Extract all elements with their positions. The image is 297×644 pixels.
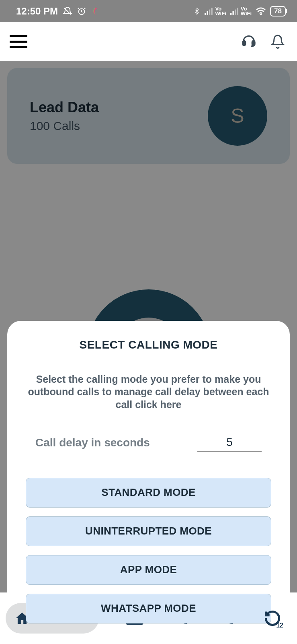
notifications-icon[interactable] xyxy=(270,33,285,50)
vowifi-label-2: Vo WiFi xyxy=(241,6,252,16)
calling-mode-sheet: SELECT CALLING MODE Select the calling m… xyxy=(7,321,290,592)
svg-rect-3 xyxy=(209,9,210,14)
delay-input[interactable] xyxy=(197,433,262,452)
svg-rect-11 xyxy=(252,41,255,45)
svg-rect-4 xyxy=(211,8,213,15)
svg-rect-10 xyxy=(243,41,246,45)
bluetooth-icon xyxy=(193,6,201,16)
status-bar: 12:50 PM Vo WiFi Vo WiFi 78 xyxy=(0,0,297,22)
svg-rect-2 xyxy=(207,11,208,15)
sheet-title: SELECT CALLING MODE xyxy=(26,339,271,351)
svg-rect-5 xyxy=(230,13,231,14)
svg-point-9 xyxy=(260,14,261,15)
delay-row: Call delay in seconds xyxy=(26,433,271,452)
alarm-icon xyxy=(77,7,86,16)
history-badge: 12 xyxy=(276,622,283,629)
nav-history[interactable]: 12 xyxy=(262,608,283,628)
uninterrupted-mode-button[interactable]: UNINTERRUPTED MODE xyxy=(26,516,271,546)
svg-rect-7 xyxy=(235,9,236,14)
dnd-icon xyxy=(63,6,72,16)
mode-options: STANDARD MODE UNINTERRUPTED MODE APP MOD… xyxy=(26,478,271,623)
whatsapp-mode-button[interactable]: WHATSAPP MODE xyxy=(26,594,271,623)
app-mode-button[interactable]: APP MODE xyxy=(26,555,271,585)
svg-rect-6 xyxy=(232,11,234,15)
standard-mode-button[interactable]: STANDARD MODE xyxy=(26,478,271,508)
support-icon[interactable] xyxy=(241,33,257,50)
delay-label: Call delay in seconds xyxy=(35,436,150,449)
wifi-icon xyxy=(256,7,266,15)
app-indicator-icon xyxy=(91,7,100,16)
status-time: 12:50 PM xyxy=(16,6,58,17)
signal-2: Vo WiFi xyxy=(230,6,252,16)
svg-rect-8 xyxy=(237,8,238,15)
vowifi-label-1: Vo WiFi xyxy=(215,6,226,16)
menu-button[interactable] xyxy=(10,35,27,48)
app-header xyxy=(0,22,297,61)
status-left: 12:50 PM xyxy=(16,6,100,17)
signal-1: Vo WiFi xyxy=(205,6,226,16)
battery-indicator: 78 xyxy=(270,6,286,17)
svg-rect-1 xyxy=(205,13,206,14)
status-right: Vo WiFi Vo WiFi 78 xyxy=(193,6,286,17)
main-content: Lead Data 100 Calls S SELECT CALLING MOD… xyxy=(0,61,297,592)
sheet-description: Select the calling mode you prefer to ma… xyxy=(26,373,271,411)
